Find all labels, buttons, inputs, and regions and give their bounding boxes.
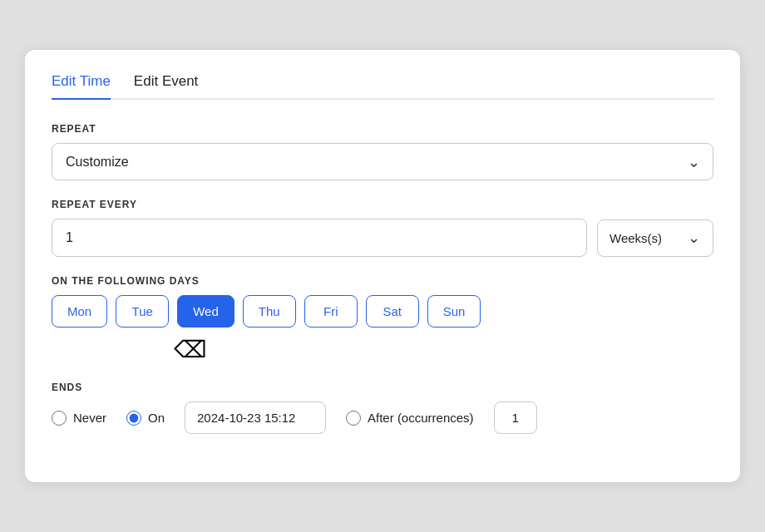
- ends-on-radio[interactable]: [126, 411, 141, 426]
- day-btn-sat[interactable]: Sat: [366, 295, 419, 328]
- following-days-section: ON THE FOLLOWING DAYS Mon Tue Wed Thu Fr…: [52, 275, 713, 363]
- day-btn-fri[interactable]: Fri: [304, 295, 358, 328]
- ends-row: Never On After (occurrences): [52, 401, 713, 434]
- repeat-select-wrapper: Never Daily Weekly Monthly Yearly Custom…: [52, 143, 713, 180]
- tabs-container: Edit Time Edit Event: [52, 73, 713, 100]
- ends-label: ENDS: [52, 382, 713, 393]
- ends-on-group[interactable]: On: [126, 411, 165, 426]
- following-days-label: ON THE FOLLOWING DAYS: [52, 275, 713, 287]
- main-card: Edit Time Edit Event REPEAT Never Daily …: [25, 50, 740, 482]
- repeat-section: REPEAT Never Daily Weekly Monthly Yearly…: [52, 123, 713, 180]
- unit-select[interactable]: Days(s) Weeks(s) Months(s) Years(s): [597, 219, 713, 257]
- ends-on-date-input[interactable]: [185, 401, 326, 434]
- repeat-every-row: Days(s) Weeks(s) Months(s) Years(s) ⌄: [52, 219, 713, 257]
- tab-edit-event[interactable]: Edit Event: [134, 73, 199, 100]
- ends-never-radio[interactable]: [52, 411, 67, 426]
- day-btn-tue[interactable]: Tue: [116, 295, 169, 328]
- repeat-every-section: REPEAT EVERY Days(s) Weeks(s) Months(s) …: [52, 199, 713, 257]
- ends-after-radio[interactable]: [346, 411, 361, 426]
- hand-cursor-icon: ⌫: [174, 336, 207, 363]
- ends-never-label: Never: [73, 411, 106, 425]
- repeat-select[interactable]: Never Daily Weekly Monthly Yearly Custom…: [52, 143, 713, 180]
- tab-edit-time[interactable]: Edit Time: [52, 73, 111, 100]
- repeat-every-label: REPEAT EVERY: [52, 199, 713, 210]
- repeat-every-input[interactable]: [52, 219, 587, 257]
- day-buttons-container: Mon Tue Wed Thu Fri Sat Sun: [52, 295, 713, 328]
- repeat-label: REPEAT: [52, 123, 713, 135]
- unit-select-wrapper: Days(s) Weeks(s) Months(s) Years(s) ⌄: [597, 219, 713, 257]
- day-btn-sun[interactable]: Sun: [427, 295, 481, 328]
- ends-after-label: After (occurrences): [368, 411, 474, 425]
- day-btn-wed[interactable]: Wed: [177, 295, 234, 328]
- ends-on-label: On: [148, 411, 165, 425]
- day-btn-thu[interactable]: Thu: [243, 295, 296, 328]
- ends-section: ENDS Never On After (occurrences): [52, 382, 713, 434]
- ends-occurrences-input[interactable]: [494, 401, 537, 434]
- ends-never-group[interactable]: Never: [52, 411, 106, 426]
- ends-after-group[interactable]: After (occurrences): [346, 411, 474, 426]
- cursor-indicator: ⌫: [180, 332, 713, 363]
- day-btn-mon[interactable]: Mon: [52, 295, 107, 328]
